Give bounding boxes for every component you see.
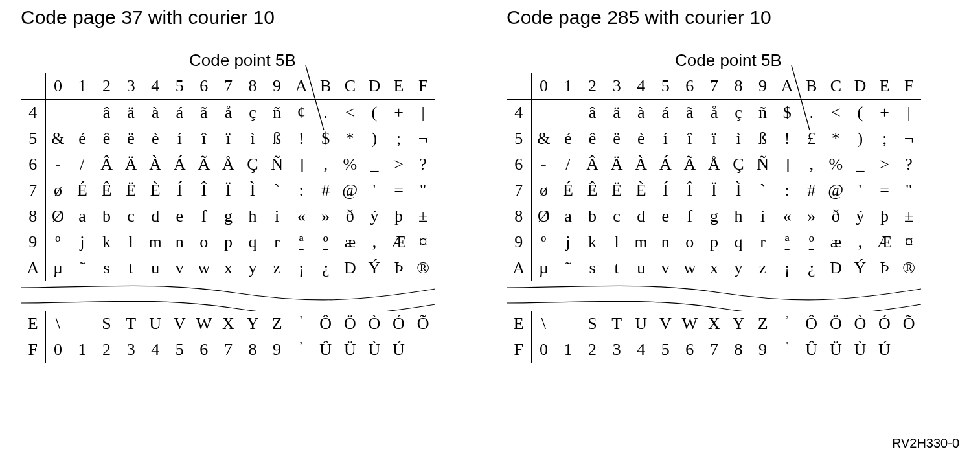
cell: Ô (799, 311, 824, 337)
cell: ¿ (799, 255, 824, 281)
cell: ! (289, 126, 313, 152)
col-header: 8 (240, 73, 265, 100)
cell: h (726, 203, 751, 229)
cell: È (143, 177, 168, 203)
cell: 1 (556, 337, 580, 363)
cell: Ì (240, 177, 265, 203)
cell: ; (387, 126, 411, 152)
row-stub: E (507, 311, 531, 337)
cell: U (629, 311, 654, 337)
table-row: 4 âäàáãåçñ¢.<(+| (21, 100, 435, 126)
cell: ] (775, 152, 799, 177)
cell: á (654, 100, 678, 126)
cell: ) (848, 126, 872, 152)
cell: : (775, 177, 799, 203)
cell: ( (362, 100, 387, 126)
cell: é (556, 126, 580, 152)
cell (531, 100, 556, 126)
col-header: 7 (702, 73, 727, 100)
cell: ê (580, 126, 605, 152)
cell: à (143, 100, 168, 126)
cell: & (531, 126, 556, 152)
cell: ˜ (70, 255, 95, 281)
cell: Û (313, 337, 338, 363)
cell: Ü (824, 337, 849, 363)
cell: Á (168, 152, 192, 177)
callout-text: Code point 5B (675, 51, 782, 71)
cell: g (216, 203, 241, 229)
cell: l (604, 229, 629, 255)
col-header: 1 (556, 73, 580, 100)
cell: c (119, 203, 143, 229)
cell: æ (824, 229, 849, 255)
cell: 0 (45, 337, 70, 363)
col-header: D (848, 73, 872, 100)
col-header: C (824, 73, 849, 100)
cell: % (824, 152, 849, 177)
cell: è (143, 126, 168, 152)
row-stub: 7 (21, 177, 45, 203)
cell: 4 (143, 337, 168, 363)
cell: Í (654, 177, 678, 203)
cell: ñ (751, 100, 775, 126)
cell: Â (580, 152, 605, 177)
cell: Z (265, 311, 290, 337)
cell: þ (387, 203, 411, 229)
col-header: B (313, 73, 338, 100)
cell (70, 100, 95, 126)
cell: Þ (387, 255, 411, 281)
table-row: 6 -/ÂÄÀÁÃÅÇÑ],%_>? (507, 152, 921, 177)
cell: + (872, 100, 897, 126)
col-header: 5 (168, 73, 192, 100)
col-header: 0 (531, 73, 556, 100)
table-row: 6 -/ÂÄÀÁÃÅÇÑ],%_>? (21, 152, 435, 177)
cell: À (629, 152, 654, 177)
row-stub: 5 (21, 126, 45, 152)
col-header: C (338, 73, 363, 100)
cell: u (629, 255, 654, 281)
table-row: 7 øÉÊËÈÍÎÏÌ`:#@'=" (507, 177, 921, 203)
cell (556, 311, 580, 337)
cell: Ï (702, 177, 727, 203)
col-header: 5 (654, 73, 678, 100)
cell: º (45, 229, 70, 255)
col-header: A (289, 73, 313, 100)
cell: Ù (362, 337, 387, 363)
cell (70, 311, 95, 337)
cell: Ó (872, 311, 897, 337)
cell: Ç (240, 152, 265, 177)
cell: Ô (313, 311, 338, 337)
cell: 7 (216, 337, 241, 363)
cell: ; (872, 126, 897, 152)
callout-row: Code point 5B (507, 51, 934, 71)
cell: Ë (119, 177, 143, 203)
cell: : (289, 177, 313, 203)
cell: Ù (848, 337, 872, 363)
cell: » (799, 203, 824, 229)
cell: k (580, 229, 605, 255)
cell: Y (240, 311, 265, 337)
cell: £ (799, 126, 824, 152)
cell: ¡ (775, 255, 799, 281)
cell: q (240, 229, 265, 255)
cell: j (556, 229, 580, 255)
cell: Ï (216, 177, 241, 203)
cell: ì (726, 126, 751, 152)
table-row: 8 Øabcdefghi«»ðýþ± (507, 203, 921, 229)
cell: Ð (824, 255, 849, 281)
col-header: B (799, 73, 824, 100)
cell: 6 (192, 337, 216, 363)
cell: q (726, 229, 751, 255)
col-header: 3 (119, 73, 143, 100)
torn-edge-icon (21, 281, 435, 311)
cell: / (556, 152, 580, 177)
cell: Ú (872, 337, 897, 363)
cell: µ (531, 255, 556, 281)
cell: p (216, 229, 241, 255)
cell: ë (119, 126, 143, 152)
cell: å (702, 100, 727, 126)
cell: 0 (531, 337, 556, 363)
cell: Ü (338, 337, 363, 363)
row-stub: 4 (507, 100, 531, 126)
cell: U (143, 311, 168, 337)
